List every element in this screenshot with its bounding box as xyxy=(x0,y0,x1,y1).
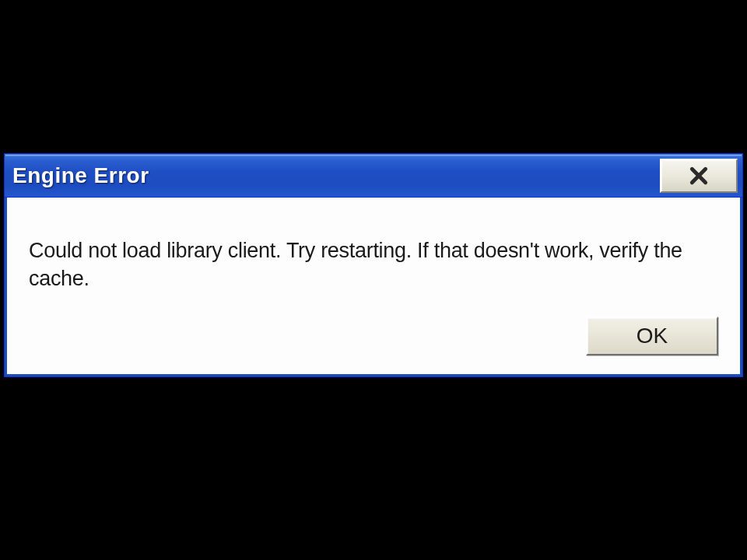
dialog-title: Engine Error xyxy=(12,163,149,188)
close-button[interactable] xyxy=(660,159,738,193)
close-icon xyxy=(689,166,709,186)
ok-button[interactable]: OK xyxy=(586,317,718,355)
button-row: OK xyxy=(29,317,718,355)
error-message: Could not load library client. Try resta… xyxy=(29,236,718,293)
dialog-body: Could not load library client. Try resta… xyxy=(5,198,742,376)
titlebar[interactable]: Engine Error xyxy=(5,154,742,198)
error-dialog: Engine Error Could not load library clie… xyxy=(4,153,743,377)
